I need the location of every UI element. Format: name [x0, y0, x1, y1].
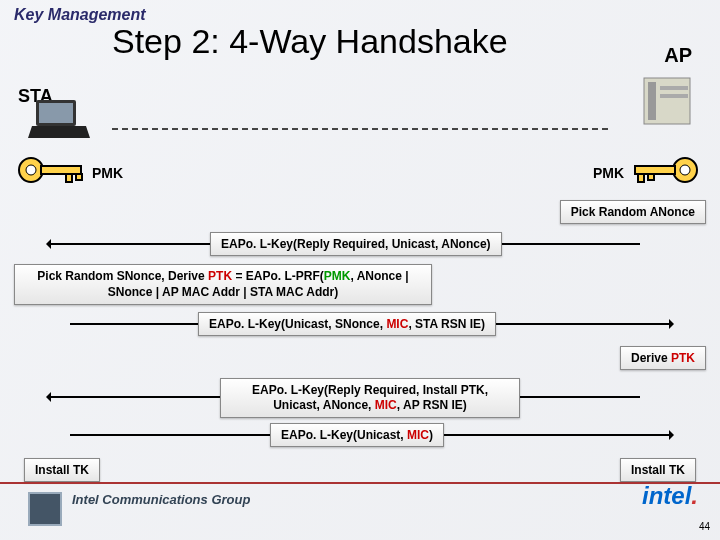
- logo-text: intel: [642, 482, 691, 509]
- box-msg3: EAPo. L-Key(Reply Required, Install PTK,…: [220, 378, 520, 418]
- svg-rect-4: [660, 86, 688, 90]
- t: = EAPo. L-PRF(: [232, 269, 324, 283]
- key-left-icon: [16, 155, 86, 185]
- box-msg4: EAPo. L-Key(Unicast, MIC): [270, 423, 444, 447]
- t: Derive: [631, 351, 671, 365]
- svg-point-12: [680, 165, 690, 175]
- svg-rect-3: [648, 82, 656, 120]
- svg-rect-14: [638, 174, 644, 182]
- footer-text: Intel Communications Group: [72, 492, 250, 507]
- t: MIC: [407, 428, 429, 442]
- page-number: 44: [699, 521, 710, 532]
- t: PMK: [324, 269, 351, 283]
- svg-rect-13: [635, 166, 675, 174]
- box-msg1: EAPo. L-Key(Reply Required, Unicast, ANo…: [210, 232, 502, 256]
- laptop-icon: [28, 98, 90, 140]
- intel-logo: intel.: [642, 482, 698, 510]
- svg-rect-9: [66, 174, 72, 182]
- pmk-left-label: PMK: [92, 165, 123, 181]
- svg-rect-1: [39, 103, 73, 123]
- page-title: Step 2: 4-Way Handshake: [112, 22, 508, 61]
- key-right-icon: [630, 155, 700, 185]
- t: MIC: [375, 398, 397, 412]
- svg-rect-10: [76, 174, 82, 180]
- footer-group-label: Intel Communications Group: [0, 482, 720, 514]
- t: EAPo. L-Key(Unicast,: [281, 428, 407, 442]
- t: EAPo. L-Key(Unicast, SNonce,: [209, 317, 386, 331]
- t: Pick Random SNonce, Derive: [37, 269, 208, 283]
- svg-rect-5: [660, 94, 688, 98]
- svg-point-7: [26, 165, 36, 175]
- ap-label: AP: [664, 44, 692, 67]
- box-install-tk-left: Install TK: [24, 458, 100, 482]
- t: , AP RSN IE): [397, 398, 467, 412]
- svg-rect-15: [648, 174, 654, 180]
- logo-dot: .: [691, 482, 698, 509]
- box-msg2: EAPo. L-Key(Unicast, SNonce, MIC, STA RS…: [198, 312, 496, 336]
- box-install-tk-right: Install TK: [620, 458, 696, 482]
- pmk-right-label: PMK: [593, 165, 624, 181]
- t: ): [429, 428, 433, 442]
- box-pick-anonce: Pick Random ANonce: [560, 200, 706, 224]
- t: PTK: [671, 351, 695, 365]
- t: , STA RSN IE): [408, 317, 485, 331]
- box-derive-ptk: Derive PTK: [620, 346, 706, 370]
- box-derive-snonce: Pick Random SNonce, Derive PTK = EAPo. L…: [14, 264, 432, 305]
- server-icon: [638, 72, 696, 130]
- t: PTK: [208, 269, 232, 283]
- svg-rect-8: [41, 166, 81, 174]
- t: MIC: [386, 317, 408, 331]
- timeline-divider: [112, 128, 608, 130]
